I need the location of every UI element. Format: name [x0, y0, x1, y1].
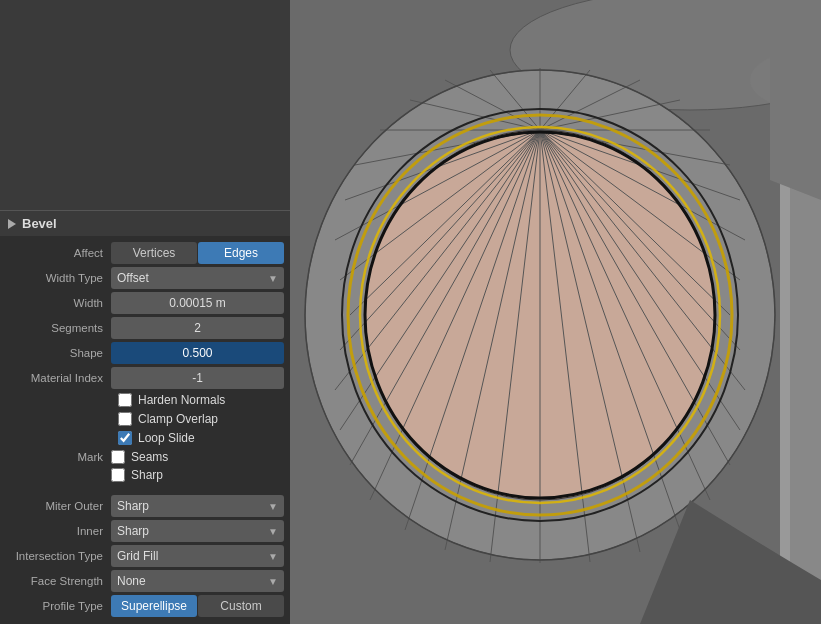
panel-body: Affect Vertices Edges Width Type Offset … — [0, 236, 290, 623]
intersection-arrow-icon: ▼ — [268, 551, 278, 562]
inner-arrow-icon: ▼ — [268, 526, 278, 537]
intersection-type-dropdown[interactable]: Grid Fill ▼ — [111, 545, 284, 567]
shape-row: Shape 0.500 — [6, 342, 284, 364]
shape-label: Shape — [6, 347, 111, 359]
seams-row: Seams — [111, 449, 284, 465]
affect-label: Affect — [6, 247, 111, 259]
mark-label: Mark — [6, 449, 111, 463]
clamp-overlap-checkbox[interactable] — [118, 412, 132, 426]
face-strength-value: None — [117, 574, 146, 588]
miter-outer-label: Miter Outer — [6, 500, 111, 512]
inner-value: Sharp — [117, 524, 149, 538]
profile-type-group: Superellipse Custom — [111, 595, 284, 617]
intersection-type-control: Grid Fill ▼ — [111, 545, 284, 567]
clamp-overlap-label: Clamp Overlap — [138, 412, 218, 426]
material-index-row: Material Index -1 — [6, 367, 284, 389]
loop-slide-label: Loop Slide — [138, 431, 195, 445]
panel-title: Bevel — [22, 216, 57, 231]
inner-control: Sharp ▼ — [111, 520, 284, 542]
width-type-dropdown[interactable]: Offset ▼ — [111, 267, 284, 289]
harden-normals-row: Harden Normals — [118, 392, 284, 408]
segments-field[interactable]: 2 — [111, 317, 284, 339]
collapse-icon — [8, 219, 16, 229]
miter-outer-control: Sharp ▼ — [111, 495, 284, 517]
affect-group: Vertices Edges — [111, 242, 284, 264]
profile-superellipse-button[interactable]: Superellipse — [111, 595, 197, 617]
divider — [6, 486, 284, 492]
miter-outer-value: Sharp — [117, 499, 149, 513]
segments-control: 2 — [111, 317, 284, 339]
intersection-type-label: Intersection Type — [6, 550, 111, 562]
face-strength-row: Face Strength None ▼ — [6, 570, 284, 592]
affect-edges-button[interactable]: Edges — [198, 242, 284, 264]
affect-row: Affect Vertices Edges — [6, 242, 284, 264]
shape-control: 0.500 — [111, 342, 284, 364]
width-type-row: Width Type Offset ▼ — [6, 267, 284, 289]
face-strength-arrow-icon: ▼ — [268, 576, 278, 587]
width-type-control: Offset ▼ — [111, 267, 284, 289]
segments-label: Segments — [6, 322, 111, 334]
material-index-field[interactable]: -1 — [111, 367, 284, 389]
sharp-checkbox[interactable] — [111, 468, 125, 482]
shape-field[interactable]: 0.500 — [111, 342, 284, 364]
face-strength-label: Face Strength — [6, 575, 111, 587]
loop-slide-checkbox[interactable] — [118, 431, 132, 445]
material-index-label: Material Index — [6, 372, 111, 384]
material-index-control: -1 — [111, 367, 284, 389]
dropdown-arrow-icon: ▼ — [268, 273, 278, 284]
width-row: Width 0.00015 m — [6, 292, 284, 314]
sharp-label: Sharp — [131, 468, 163, 482]
miter-outer-dropdown[interactable]: Sharp ▼ — [111, 495, 284, 517]
mark-checkboxes: Seams Sharp — [111, 449, 284, 483]
bevel-panel: Bevel Affect Vertices Edges Width Type O — [0, 210, 290, 624]
width-field[interactable]: 0.00015 m — [111, 292, 284, 314]
width-label: Width — [6, 297, 111, 309]
sharp-row: Sharp — [111, 467, 284, 483]
affect-control: Vertices Edges — [111, 242, 284, 264]
affect-vertices-button[interactable]: Vertices — [111, 242, 197, 264]
inner-label: Inner — [6, 525, 111, 537]
intersection-type-row: Intersection Type Grid Fill ▼ — [6, 545, 284, 567]
seams-checkbox[interactable] — [111, 450, 125, 464]
face-strength-dropdown[interactable]: None ▼ — [111, 570, 284, 592]
seams-label: Seams — [131, 450, 168, 464]
miter-outer-arrow-icon: ▼ — [268, 501, 278, 512]
face-strength-control: None ▼ — [111, 570, 284, 592]
viewport — [290, 0, 821, 624]
segments-row: Segments 2 — [6, 317, 284, 339]
inner-dropdown[interactable]: Sharp ▼ — [111, 520, 284, 542]
intersection-type-value: Grid Fill — [117, 549, 158, 563]
miter-outer-row: Miter Outer Sharp ▼ — [6, 495, 284, 517]
profile-type-row: Profile Type Superellipse Custom — [6, 595, 284, 617]
clamp-overlap-row: Clamp Overlap — [118, 411, 284, 427]
panel-header[interactable]: Bevel — [0, 210, 290, 236]
width-type-value: Offset — [117, 271, 149, 285]
top-spacer — [0, 0, 290, 210]
left-panel: Bevel Affect Vertices Edges Width Type O — [0, 0, 290, 624]
mark-row: Mark Seams Sharp — [6, 449, 284, 483]
width-type-label: Width Type — [6, 272, 111, 284]
harden-normals-label: Harden Normals — [138, 393, 225, 407]
inner-row: Inner Sharp ▼ — [6, 520, 284, 542]
width-control: 0.00015 m — [111, 292, 284, 314]
viewport-svg — [290, 0, 821, 624]
profile-type-control: Superellipse Custom — [111, 595, 284, 617]
segment-ring — [305, 68, 775, 563]
loop-slide-row: Loop Slide — [118, 430, 284, 446]
harden-normals-checkbox[interactable] — [118, 393, 132, 407]
profile-custom-button[interactable]: Custom — [198, 595, 284, 617]
profile-type-label: Profile Type — [6, 600, 111, 612]
